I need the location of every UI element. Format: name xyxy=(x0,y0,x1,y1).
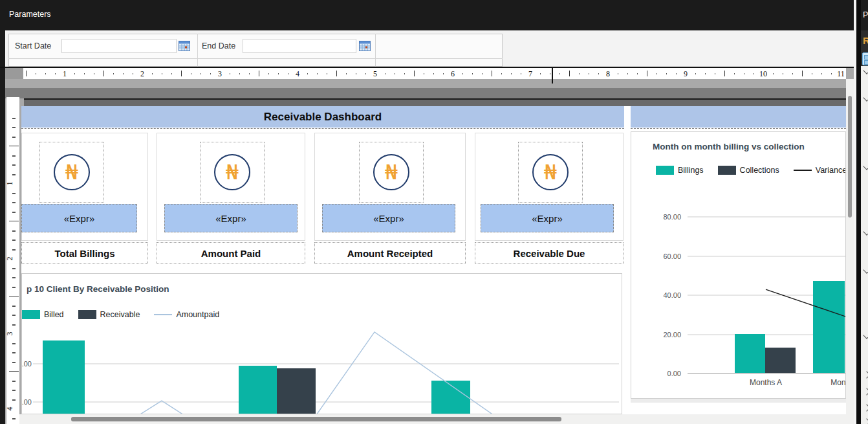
chart-legend: BillingsCollectionsVariance xyxy=(656,166,846,175)
kpi-card-label[interactable]: Amount Receipted xyxy=(314,242,466,264)
ruler-tick xyxy=(656,73,657,74)
ruler-tick xyxy=(12,390,16,391)
y-axis-label: 80.00 xyxy=(659,213,681,221)
naira-icon: ₦ xyxy=(532,154,569,190)
ruler-tick xyxy=(627,73,628,74)
y-axis-label: 20.00 xyxy=(659,331,681,339)
ruler-tick xyxy=(12,230,16,232)
ruler-position-marker xyxy=(552,68,553,84)
ruler-tick xyxy=(9,371,19,372)
ruler-number: 5 xyxy=(373,69,377,79)
ruler-tick xyxy=(540,73,541,74)
ruler-tick xyxy=(569,71,570,76)
chart-bar xyxy=(277,368,316,414)
chart-bar xyxy=(813,281,845,373)
kpi-card-label[interactable]: Total Billings xyxy=(21,242,148,264)
y-axis-label: 60.00 xyxy=(659,252,681,260)
top10-client-chart[interactable]: p 10 Client By Receivable Position Bille… xyxy=(21,273,622,414)
ruler-tick xyxy=(492,71,492,76)
ruler-tick xyxy=(676,73,677,74)
ruler-tick xyxy=(12,343,16,344)
chart-title: Month on month billing vs collection xyxy=(653,142,805,151)
properties-grid-icon[interactable] xyxy=(862,52,868,65)
ruler-tick xyxy=(715,73,715,74)
ruler-tick xyxy=(12,174,16,175)
kpi-icon-box: ₦ xyxy=(518,142,583,203)
kpi-card-label[interactable]: Amount Paid xyxy=(157,242,305,264)
ruler-tick xyxy=(288,73,288,74)
legend-label: Collections xyxy=(740,166,779,175)
legend-swatch xyxy=(78,310,96,319)
ruler-tick xyxy=(162,73,162,74)
kpi-expr-box[interactable]: «Expr» xyxy=(322,204,455,232)
ruler-tick xyxy=(482,73,483,74)
legend-label: Billings xyxy=(678,166,704,175)
kpi-expr-box[interactable]: «Expr» xyxy=(164,204,298,232)
ruler-tick xyxy=(511,73,512,74)
kpi-expr-box[interactable]: «Expr» xyxy=(21,204,137,232)
ruler-tick xyxy=(12,352,16,353)
ruler-tick xyxy=(36,73,36,74)
ruler-tick xyxy=(113,73,114,74)
title-dashed-edge xyxy=(21,128,624,129)
left-dock-strip xyxy=(0,30,5,424)
panel-divider[interactable] xyxy=(856,0,861,424)
ruler-tick xyxy=(152,73,153,74)
horizontal-scrollbar-thumb[interactable] xyxy=(71,417,561,421)
ruler-tick xyxy=(579,73,580,74)
report-title-bar[interactable]: Receivable Dashboard xyxy=(21,106,624,128)
ruler-tick xyxy=(812,73,812,74)
legend-label: Amountpaid xyxy=(176,310,219,319)
ruler-tick xyxy=(424,73,424,74)
chart-legend: BilledReceivableAmountpaid xyxy=(22,310,233,319)
ruler-tick xyxy=(12,249,16,251)
report-title-bar-right[interactable] xyxy=(631,106,846,128)
kpi-card-label[interactable]: Receivable Due xyxy=(475,242,624,264)
x-axis-label: Months A xyxy=(750,378,782,387)
chart-line-layer xyxy=(22,274,622,414)
naira-icon: ₦ xyxy=(214,154,250,190)
ruler-tick xyxy=(12,127,16,128)
legend-label: Billed xyxy=(44,310,64,319)
vertical-scrollbar-thumb[interactable] xyxy=(848,96,852,218)
page-top-margin xyxy=(24,100,846,106)
ruler-tick xyxy=(637,73,638,74)
ruler-tick xyxy=(201,73,201,74)
ruler-tick xyxy=(705,73,706,74)
ruler-tick xyxy=(754,73,754,74)
chart-bar xyxy=(735,334,765,374)
ruler-tick xyxy=(521,73,521,74)
naira-icon: ₦ xyxy=(54,154,90,190)
ruler-tick xyxy=(239,73,240,74)
calendar-icon xyxy=(359,41,371,51)
start-date-calendar-button[interactable] xyxy=(177,39,191,52)
legend-swatch xyxy=(656,166,674,175)
chart-bar xyxy=(431,381,470,414)
ruler-tick xyxy=(792,73,793,74)
ruler-tick xyxy=(783,73,783,74)
title-dashed-edge xyxy=(631,128,846,129)
ruler-number: 3 xyxy=(218,69,222,79)
ruler-tick xyxy=(385,73,385,74)
ruler-number: 2 xyxy=(5,257,15,261)
month-billing-chart[interactable]: Month on month billing vs collection Bil… xyxy=(631,131,846,399)
ruler-tick xyxy=(45,73,46,74)
end-date-calendar-button[interactable] xyxy=(358,39,371,52)
chart-gridline xyxy=(688,256,845,257)
ruler-tick xyxy=(433,73,434,74)
ruler-tick xyxy=(84,73,85,74)
legend-line-swatch xyxy=(154,314,172,315)
ruler-tick xyxy=(181,71,182,76)
y-axis-label: 0.00 xyxy=(659,370,681,377)
ruler-number: 9 xyxy=(684,69,688,79)
ruler-tick xyxy=(249,73,250,74)
end-date-input[interactable] xyxy=(243,39,356,53)
ruler-tick xyxy=(230,73,230,74)
start-date-input[interactable] xyxy=(61,39,177,53)
start-date-label: Start Date xyxy=(15,41,51,50)
ruler-tick xyxy=(802,71,803,76)
ruler-tick xyxy=(12,202,16,203)
kpi-expr-box[interactable]: «Expr» xyxy=(481,204,614,232)
ruler-tick xyxy=(12,212,16,213)
ruler-tick xyxy=(12,268,16,269)
